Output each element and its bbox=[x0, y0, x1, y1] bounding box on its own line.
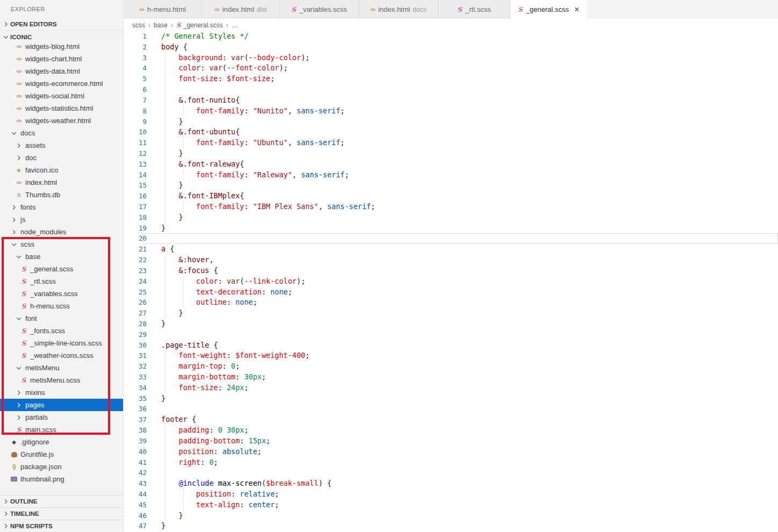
tree-item-partials[interactable]: partials bbox=[0, 411, 123, 423]
code-line-11[interactable]: 11 font-family: "Ubuntu", sans-serif; bbox=[124, 138, 778, 148]
code-line-36[interactable]: 36 bbox=[124, 404, 778, 414]
code-line-33[interactable]: 33 margin-bottom: 30px; bbox=[124, 372, 778, 383]
code-line-28[interactable]: 28} bbox=[124, 319, 778, 329]
tree-item-favicon.ico[interactable]: ★favicon.ico bbox=[0, 164, 123, 176]
tree-item-pages[interactable]: pages bbox=[0, 399, 123, 411]
code-line-7[interactable]: 7 &.font-nunito{ bbox=[124, 95, 778, 106]
code-line-27[interactable]: 27 } bbox=[124, 308, 778, 319]
breadcrumb-item[interactable]: … bbox=[232, 21, 238, 29]
tree-item-mixins[interactable]: mixins bbox=[0, 386, 123, 399]
tab-index.html-docs[interactable]: <>index.htmldocs bbox=[359, 0, 438, 19]
close-icon[interactable]: × bbox=[574, 5, 579, 14]
code-line-5[interactable]: 5 font-size: $font-size; bbox=[124, 74, 778, 84]
tree-item-metisMenu[interactable]: metisMenu bbox=[0, 362, 123, 374]
code-line-20[interactable]: 20 bbox=[124, 233, 778, 244]
tree-item-font[interactable]: font bbox=[0, 312, 123, 325]
tree-item-base[interactable]: base bbox=[0, 250, 123, 263]
code-line-14[interactable]: 14 font-family: "Raleway", sans-serif; bbox=[124, 170, 778, 181]
code-line-34[interactable]: 34 font-size: 24px; bbox=[124, 383, 778, 393]
tree-item-metisMenu.scss[interactable]: SmetisMenu.scss bbox=[0, 374, 123, 386]
tree-item-scss[interactable]: scss bbox=[0, 238, 123, 250]
code-line-46[interactable]: 46 } bbox=[124, 511, 778, 521]
tree-item-widgets-statistics.html[interactable]: <>widgets-statistics.html bbox=[0, 102, 123, 114]
tree-item-_fonts.scss[interactable]: S_fonts.scss bbox=[0, 325, 123, 337]
code-line-17[interactable]: 17 font-family: "IBM Plex Sans", sans-se… bbox=[124, 202, 778, 212]
tree-item-.gitignore[interactable]: ◆.gitignore bbox=[0, 436, 123, 448]
tree-item-package.json[interactable]: {}package.json bbox=[0, 461, 123, 473]
code-line-47[interactable]: 47} bbox=[124, 521, 778, 531]
tree-item-h-menu.scss[interactable]: Sh-menu.scss bbox=[0, 300, 123, 312]
code-line-39[interactable]: 39 padding-bottom: 15px; bbox=[124, 436, 778, 447]
code-line-1[interactable]: 1/* General Styles */ bbox=[124, 31, 778, 42]
tree-item-widgets-data.html[interactable]: <>widgets-data.html bbox=[0, 65, 123, 77]
code-line-12[interactable]: 12 } bbox=[124, 148, 778, 159]
tree-item-docs[interactable]: docs bbox=[0, 127, 123, 139]
code-line-8[interactable]: 8 font-family: "Nunito", sans-serif; bbox=[124, 106, 778, 117]
code-line-30[interactable]: 30.page-title { bbox=[124, 340, 778, 351]
code-line-45[interactable]: 45 text-align: center; bbox=[124, 500, 778, 511]
tab-_rtl.scss[interactable]: S_rtl.scss bbox=[438, 0, 510, 19]
tree-item-doc[interactable]: doc bbox=[0, 152, 123, 164]
code-line-31[interactable]: 31 font-weight: $font-weight-400; bbox=[124, 350, 778, 361]
open-editors-section[interactable]: OPEN EDITORS bbox=[0, 18, 123, 30]
code-line-4[interactable]: 4 color: var(--font-color); bbox=[124, 63, 778, 74]
code-line-3[interactable]: 3 background: var(--body-color); bbox=[124, 53, 778, 63]
code-line-9[interactable]: 9 } bbox=[124, 117, 778, 127]
code-line-42[interactable]: 42 bbox=[124, 468, 778, 478]
code-editor[interactable]: 1/* General Styles */2body {3 background… bbox=[124, 31, 778, 532]
tree-item-widgets-ecommerce.html[interactable]: <>widgets-ecommerce.html bbox=[0, 77, 123, 90]
tab-index.html-dist[interactable]: <>index.htmldist bbox=[202, 0, 280, 19]
code-line-16[interactable]: 16 &.font-IBMplex{ bbox=[124, 191, 778, 202]
code-line-23[interactable]: 23 &:focus { bbox=[124, 265, 778, 276]
code-line-29[interactable]: 29 bbox=[124, 329, 778, 340]
tree-item-node_modules[interactable]: node_modules bbox=[0, 226, 123, 238]
code-line-15[interactable]: 15 } bbox=[124, 180, 778, 191]
code-line-41[interactable]: 41 right: 0; bbox=[124, 457, 778, 468]
tree-item-Gruntfile.js[interactable]: Gruntfile.js bbox=[0, 448, 123, 461]
tab-h-menu.html[interactable]: <>h-menu.html bbox=[124, 0, 202, 19]
tree-item-index.html[interactable]: <>index.html bbox=[0, 176, 123, 189]
tree-item-main.scss[interactable]: Smain.scss bbox=[0, 423, 123, 436]
tree-item-js[interactable]: js bbox=[0, 213, 123, 226]
code-line-24[interactable]: 24 color: var(--link-color); bbox=[124, 276, 778, 287]
tree-item-assets[interactable]: assets bbox=[0, 139, 123, 152]
code-line-37[interactable]: 37footer { bbox=[124, 414, 778, 425]
tree-item-thumbnail.png[interactable]: thumbnail.png bbox=[0, 473, 123, 485]
tree-item-_simple-line-icons.scss[interactable]: S_simple-line-icons.scss bbox=[0, 337, 123, 349]
code-line-32[interactable]: 32 margin-top: 0; bbox=[124, 361, 778, 372]
code-line-2[interactable]: 2body { bbox=[124, 42, 778, 53]
tree-item-_general.scss[interactable]: S_general.scss bbox=[0, 263, 123, 275]
outline-section[interactable]: OUTLINE bbox=[0, 495, 123, 507]
npm-scripts-section[interactable]: NPM SCRIPTS bbox=[0, 520, 123, 532]
breadcrumb-item[interactable]: scss bbox=[132, 21, 145, 29]
code-line-6[interactable]: 6 bbox=[124, 84, 778, 95]
breadcrumb-item[interactable]: base bbox=[154, 21, 168, 29]
code-line-26[interactable]: 26 outline: none; bbox=[124, 297, 778, 308]
project-section-header[interactable]: ICONIC bbox=[0, 30, 123, 43]
tree-item-widgets-social.html[interactable]: <>widgets-social.html bbox=[0, 90, 123, 102]
code-line-21[interactable]: 21a { bbox=[124, 244, 778, 255]
breadcrumb-item[interactable]: _general.scss bbox=[183, 21, 223, 29]
code-line-43[interactable]: 43 @include max-screen($break-small) { bbox=[124, 478, 778, 489]
tree-item-widgets-chart.html[interactable]: <>widgets-chart.html bbox=[0, 53, 123, 65]
tree-item-_rtl.scss[interactable]: S_rtl.scss bbox=[0, 275, 123, 287]
tab-_variables.scss[interactable]: S_variables.scss bbox=[280, 0, 359, 19]
code-line-22[interactable]: 22 &:hover, bbox=[124, 255, 778, 265]
code-line-35[interactable]: 35} bbox=[124, 393, 778, 404]
scss-file-icon: S bbox=[518, 6, 523, 13]
timeline-section[interactable]: TIMELINE bbox=[0, 507, 123, 520]
tree-item-_weather-icons.scss[interactable]: S_weather-icons.scss bbox=[0, 349, 123, 362]
tree-item-widgets-weather.html[interactable]: <>widgets-weather.html bbox=[0, 114, 123, 127]
code-line-25[interactable]: 25 text-decoration: none; bbox=[124, 287, 778, 298]
code-line-44[interactable]: 44 position: relative; bbox=[124, 489, 778, 500]
code-line-10[interactable]: 10 &.font-ubuntu{ bbox=[124, 127, 778, 138]
code-line-38[interactable]: 38 padding: 0 30px; bbox=[124, 425, 778, 436]
code-line-18[interactable]: 18 } bbox=[124, 212, 778, 223]
tree-item-fonts[interactable]: fonts bbox=[0, 201, 123, 213]
code-line-13[interactable]: 13 &.font-raleway{ bbox=[124, 159, 778, 170]
tree-item-_variables.scss[interactable]: S_variables.scss bbox=[0, 287, 123, 300]
tab-_general.scss[interactable]: S_general.scss× bbox=[510, 0, 587, 19]
code-line-40[interactable]: 40 position: absolute; bbox=[124, 447, 778, 457]
tree-item-Thumbs.db[interactable]: ≡Thumbs.db bbox=[0, 189, 123, 201]
code-line-19[interactable]: 19} bbox=[124, 223, 778, 234]
